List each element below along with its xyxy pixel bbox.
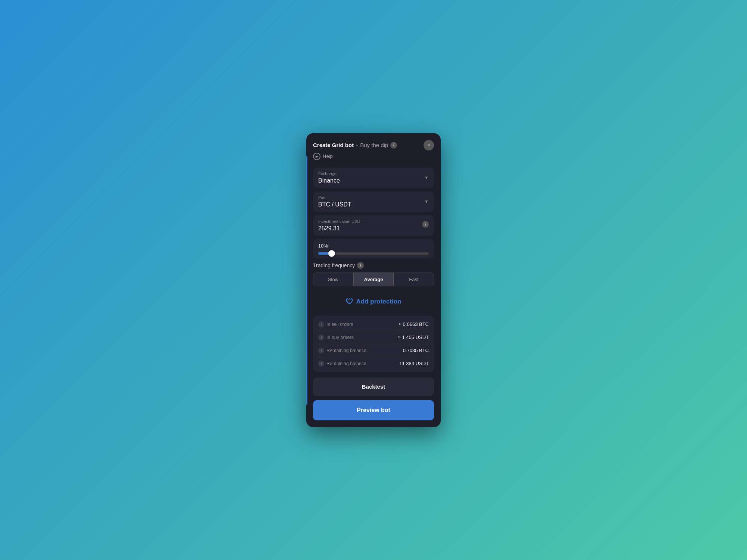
help-row[interactable]: ▶ Help: [313, 153, 434, 160]
stat-remaining-btc-left: i Remaining balance: [318, 348, 366, 354]
exchange-label: Exchange: [318, 171, 429, 176]
stats-section: i In sell orders ≈ 0.0663 BTC i In buy o…: [313, 316, 434, 372]
stat-sell-orders-info[interactable]: i: [318, 321, 324, 327]
backtest-button[interactable]: Backtest: [313, 377, 434, 396]
create-grid-bot-modal: Create Grid bot - Buy the dip i × ▶ Help…: [306, 133, 441, 427]
close-icon: ×: [427, 142, 430, 149]
help-label: Help: [323, 153, 333, 159]
slider-track: [318, 252, 429, 255]
stat-buy-orders-label: In buy orders: [326, 335, 354, 340]
slider-percentage-label: 10%: [318, 243, 429, 249]
title-info-icon[interactable]: i: [390, 142, 397, 149]
modal-body: Exchange Binance ▼ Pair BTC / USDT ▼ Inv…: [306, 164, 441, 427]
percentage-slider-section: 10%: [313, 239, 434, 258]
trading-frequency-section: Trading frequency i Slow Average Fast: [313, 262, 434, 286]
stat-remaining-btc-label: Remaining balance: [326, 348, 366, 353]
title-separator: -: [356, 142, 358, 148]
modal-title: Create Grid bot - Buy the dip i: [313, 142, 397, 149]
investment-label: Investment value, USD: [318, 219, 429, 224]
stat-remaining-usdt-label: Remaining balance: [326, 361, 366, 366]
stat-remaining-usdt-info[interactable]: i: [318, 361, 324, 367]
freq-buttons-group: Slow Average Fast: [313, 273, 434, 286]
preview-bot-button[interactable]: Preview bot: [313, 400, 434, 420]
title-subtitle: Buy the dip: [360, 142, 388, 148]
stat-sell-orders-label: In sell orders: [326, 322, 353, 327]
slider-thumb[interactable]: [328, 250, 335, 257]
freq-label: Trading frequency: [313, 262, 355, 268]
investment-info-icon[interactable]: i: [422, 221, 429, 228]
pair-field[interactable]: Pair BTC / USDT ▼: [313, 192, 434, 212]
title-main: Create Grid bot: [313, 142, 354, 148]
stat-sell-orders-value: ≈ 0.0663 BTC: [399, 321, 429, 327]
stat-remaining-btc-info[interactable]: i: [318, 348, 324, 354]
stat-row-sell-orders: i In sell orders ≈ 0.0663 BTC: [318, 318, 429, 331]
investment-info-circle[interactable]: i: [422, 221, 429, 228]
investment-field[interactable]: Investment value, USD 2529.31 i: [313, 215, 434, 236]
stat-row-remaining-usdt: i Remaining balance 11 384 USDT: [318, 357, 429, 370]
close-button[interactable]: ×: [424, 140, 434, 150]
exchange-field[interactable]: Exchange Binance ▼: [313, 168, 434, 188]
pair-value: BTC / USDT: [318, 201, 429, 208]
stat-buy-orders-info[interactable]: i: [318, 335, 324, 340]
stat-buy-orders-left: i In buy orders: [318, 335, 354, 340]
exchange-dropdown-arrow: ▼: [424, 175, 429, 180]
stat-sell-orders-left: i In sell orders: [318, 321, 353, 327]
stat-buy-orders-value: ≈ 1 455 USDT: [398, 335, 429, 340]
freq-label-row: Trading frequency i: [313, 262, 434, 269]
exchange-value: Binance: [318, 177, 429, 184]
modal-header: Create Grid bot - Buy the dip i × ▶ Help: [306, 133, 441, 164]
freq-average-button[interactable]: Average: [353, 273, 394, 286]
stat-remaining-btc-value: 0.7035 BTC: [403, 348, 429, 353]
add-protection-label: Add protection: [356, 298, 402, 305]
shield-icon: 🛡: [346, 298, 353, 306]
stat-row-remaining-btc: i Remaining balance 0.7035 BTC: [318, 344, 429, 357]
freq-slow-button[interactable]: Slow: [313, 273, 353, 286]
stat-remaining-usdt-left: i Remaining balance: [318, 361, 366, 367]
title-row: Create Grid bot - Buy the dip i ×: [313, 140, 434, 150]
stat-remaining-usdt-value: 11 384 USDT: [399, 361, 429, 366]
pair-label: Pair: [318, 195, 429, 200]
freq-info-icon[interactable]: i: [357, 262, 364, 269]
investment-value: 2529.31: [318, 225, 429, 232]
add-protection-button[interactable]: 🛡 Add protection: [313, 292, 434, 312]
stat-row-buy-orders: i In buy orders ≈ 1 455 USDT: [318, 331, 429, 344]
play-icon: ▶: [313, 153, 320, 160]
pair-dropdown-arrow: ▼: [424, 199, 429, 204]
freq-fast-button[interactable]: Fast: [394, 273, 434, 286]
